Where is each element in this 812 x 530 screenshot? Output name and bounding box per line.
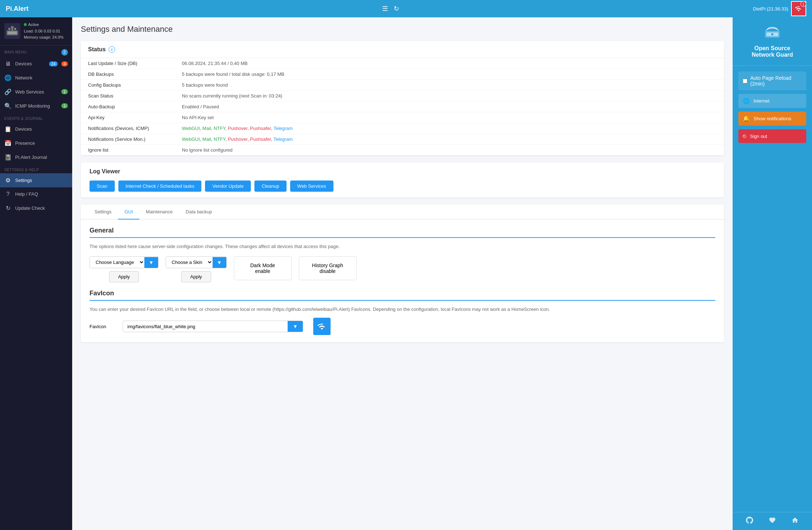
github-button[interactable]: [746, 517, 753, 526]
status-info-icon[interactable]: i: [109, 46, 115, 53]
status-row-label: Auto-Backup: [81, 101, 175, 112]
sidebar-item-icmp[interactable]: 🔍 ICMP Monitoring 1: [0, 99, 72, 113]
tab-maintenance[interactable]: Maintenance: [139, 205, 179, 220]
status-row-value: No API-Key set: [175, 112, 724, 123]
menu-icon[interactable]: ☰: [382, 5, 388, 13]
sidebar-item-devices-journal[interactable]: 📋 Devices: [0, 122, 72, 136]
skin-apply-button[interactable]: Apply: [181, 271, 211, 282]
auto-reload-checkbox[interactable]: [743, 79, 747, 83]
home-icon: [791, 517, 799, 524]
status-row-value: Enabled / Paused: [175, 101, 724, 112]
network-guard-icon: [738, 25, 806, 42]
language-dropdown-btn[interactable]: ▼: [144, 257, 158, 268]
sidebar-item-network[interactable]: 🌐 Network: [0, 71, 72, 85]
sidebar-item-network-label: Network: [15, 75, 68, 81]
status-row-notif: WebGUI, Mail, NTFY, Pushover, Pushsafer,…: [175, 123, 724, 134]
status-row-label: Ignore list: [81, 145, 175, 156]
general-section-title: General: [90, 227, 715, 238]
table-row: Scan Status No scans currently running (…: [81, 91, 724, 101]
presence-icon: 📅: [4, 140, 12, 147]
status-row-value: 5 backups were found / total disk usage:…: [175, 69, 724, 80]
logo-text: Pi.Alert: [6, 5, 29, 12]
refresh-icon[interactable]: ↻: [394, 5, 399, 13]
web-services-button[interactable]: Web Services: [290, 181, 333, 192]
status-row-label: Scan Status: [81, 91, 175, 101]
favicon-section: FavIcon You can enter your desired FavIc…: [81, 290, 724, 342]
vendor-update-button[interactable]: Vendor Update: [205, 181, 251, 192]
right-panel: Open SourceNetwork Guard Auto Page Reloa…: [733, 17, 812, 530]
sidebar-item-pialert-journal-label: Pi.Alert Journal: [15, 155, 68, 160]
favicon-dropdown-btn[interactable]: ▼: [288, 321, 303, 332]
network-device-icon: [6, 26, 19, 36]
table-row: Last Update / Size (DB) 06.08.2024, 21:3…: [81, 58, 724, 69]
sidebar-item-pialert-journal[interactable]: 📓 Pi.Alert Journal: [0, 150, 72, 164]
alert-badge: 1: [800, 1, 806, 7]
log-actions: Scan Internet Check / Scheduled tasks Ve…: [90, 181, 715, 192]
status-row-label: Config Backups: [81, 80, 175, 91]
table-row: Config Backups 5 backups were found: [81, 80, 724, 91]
sidebar-item-devices[interactable]: 🖥 Devices 24 4: [0, 57, 72, 71]
sidebar-item-help-faq[interactable]: ? Help / FAQ: [0, 187, 72, 201]
skin-dropdown-btn[interactable]: ▼: [213, 257, 226, 268]
language-apply-button[interactable]: Apply: [109, 271, 139, 282]
pialert-journal-icon: 📓: [4, 154, 12, 161]
status-table: Last Update / Size (DB) 06.08.2024, 21:3…: [81, 58, 724, 155]
sign-out-label: Sign out: [750, 134, 767, 139]
history-graph-toggle[interactable]: History Graphdisable: [299, 256, 357, 280]
favicon-label: FavIcon: [90, 324, 118, 329]
icmp-badge: 1: [61, 103, 68, 108]
language-group: Choose Language ▼ Apply: [90, 256, 158, 282]
language-select[interactable]: Choose Language: [90, 257, 144, 268]
sign-out-icon: ⎋: [743, 133, 746, 139]
sidebar-item-devices-label: Devices: [15, 61, 45, 66]
skin-select[interactable]: Choose a Skin: [166, 257, 213, 268]
events-journal-label: EVENTS & JOURNAL: [0, 113, 72, 122]
show-notifications-item[interactable]: 🔔 Show notifications: [738, 112, 806, 126]
alert-button[interactable]: 1: [791, 1, 806, 16]
main-menu-label: MAIN MENU 2: [0, 45, 72, 57]
sidebar-item-presence[interactable]: 📅 Presence: [0, 136, 72, 150]
devices-icon: 🖥: [4, 61, 12, 67]
favicon-preview: [313, 318, 331, 335]
internet-check-button[interactable]: Internet Check / Scheduled tasks: [118, 181, 202, 192]
log-viewer-title: Log Viewer: [90, 168, 715, 175]
network-icon: 🌐: [4, 74, 12, 81]
status-memory: Memory usage: 24.0%: [24, 34, 64, 41]
auto-reload-item: Auto Page Reload (2min): [738, 71, 806, 90]
skin-group: Choose a Skin ▼ Apply: [166, 256, 227, 282]
tab-gui[interactable]: GUI: [118, 205, 139, 220]
status-row-label: Notifications (Service Mon.): [81, 134, 175, 145]
topbar: Pi.Alert ☰ ↻ DietPi (21:36:33) 1: [0, 0, 812, 17]
tab-data-backup[interactable]: Data backup: [179, 205, 219, 220]
table-row: DB Backups 5 backups were found / total …: [81, 69, 724, 80]
settings-grid: Choose Language ▼ Apply Choose a Skin ▼: [90, 256, 715, 282]
devices-badge-blue: 24: [49, 61, 58, 66]
main-layout: Active Load: 0.06 0.03 0.01 Memory usage…: [0, 17, 812, 530]
table-row: Notifications (Devices, ICMP) WebGUI, Ma…: [81, 123, 724, 134]
web-services-badge: 1: [61, 89, 68, 94]
status-section-title: Status i: [81, 41, 724, 58]
update-icon: ↻: [4, 205, 12, 212]
table-row: Notifications (Service Mon.) WebGUI, Mai…: [81, 134, 724, 145]
dark-mode-toggle[interactable]: Dark Modeenable: [234, 256, 292, 280]
user-info: DietPi (21:36:33): [753, 6, 788, 12]
favicon-description: You can enter your desired FavIcon URL i…: [90, 307, 715, 312]
heart-button[interactable]: [769, 517, 776, 526]
favicon-input[interactable]: [123, 321, 288, 332]
sign-out-item[interactable]: ⎋ Sign out: [738, 129, 806, 143]
internet-item[interactable]: 🌐 Internet: [738, 94, 806, 108]
scan-button[interactable]: Scan: [90, 181, 115, 192]
settings-help-label: SETTINGS & HELP: [0, 164, 72, 173]
internet-label: Internet: [754, 98, 769, 104]
tab-settings[interactable]: Settings: [88, 205, 118, 220]
app-logo: Pi.Alert: [6, 5, 29, 13]
sidebar-item-update-check[interactable]: ↻ Update Check: [0, 201, 72, 215]
sidebar-item-settings[interactable]: ⚙ Settings: [0, 173, 72, 187]
status-load: Load: 0.06 0.03 0.01: [24, 28, 64, 35]
sidebar-status-icon: [4, 23, 20, 39]
language-select-wrapper: Choose Language ▼: [90, 256, 158, 268]
sidebar-item-web-services[interactable]: 🔗 Web Services 1: [0, 85, 72, 99]
table-row: Auto-Backup Enabled / Paused: [81, 101, 724, 112]
cleanup-button[interactable]: Cleanup: [254, 181, 286, 192]
home-button[interactable]: [791, 517, 799, 526]
